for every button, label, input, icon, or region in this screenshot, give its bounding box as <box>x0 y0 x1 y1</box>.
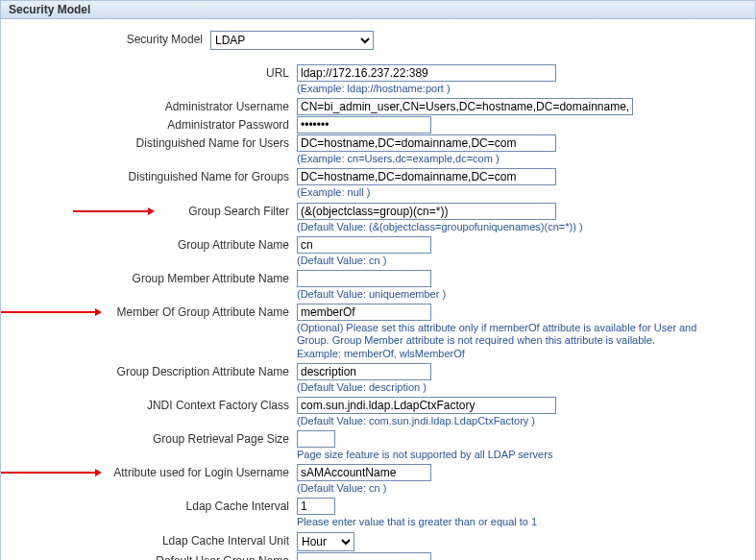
dn-users-input[interactable] <box>297 134 556 152</box>
arrow-icon <box>73 207 155 216</box>
member-of-attr-input[interactable] <box>297 304 431 321</box>
dn-groups-input[interactable] <box>297 168 556 185</box>
default-group-input[interactable] <box>297 552 431 560</box>
jndi-factory-input[interactable] <box>297 397 556 414</box>
security-model-label: Security Model <box>11 31 210 46</box>
login-attr-input[interactable] <box>297 464 431 481</box>
svg-marker-5 <box>95 469 102 476</box>
cache-unit-label: Ldap Cache Interval Unit <box>11 532 297 548</box>
group-member-attr-hint: (Default Value: uniquemember ) <box>297 288 745 301</box>
default-group-label: Default User Group Name <box>11 552 297 560</box>
group-desc-attr-label: Group Description Attribute Name <box>11 363 297 378</box>
group-desc-attr-hint: (Default Value: description ) <box>297 381 745 394</box>
group-attr-input[interactable] <box>297 236 431 254</box>
url-hint: (Example: ldap://hostname:port ) <box>297 83 745 95</box>
admin-pass-label: Administrator Password <box>11 116 297 132</box>
group-filter-input[interactable] <box>297 203 556 220</box>
cache-interval-label: Ldap Cache Interval <box>11 498 297 513</box>
group-desc-attr-input[interactable] <box>297 363 431 380</box>
cache-interval-input[interactable] <box>297 498 335 515</box>
panel-title: Security Model <box>1 1 755 19</box>
cache-interval-hint: Please enter value that is greater than … <box>297 516 745 528</box>
svg-marker-1 <box>148 207 155 215</box>
jndi-factory-label: JNDI Context Factory Class <box>11 397 297 412</box>
svg-marker-3 <box>95 308 102 316</box>
admin-pass-input[interactable] <box>297 116 431 134</box>
arrow-icon <box>1 468 102 477</box>
group-attr-label: Group Attribute Name <box>11 236 297 252</box>
group-member-attr-input[interactable] <box>297 270 431 287</box>
url-input[interactable] <box>297 64 556 82</box>
member-of-attr-hint: (Optional) Please set this attribute onl… <box>297 322 700 360</box>
cache-unit-select[interactable]: Hour <box>297 532 354 551</box>
page-size-hint: Page size feature is not supported by al… <box>297 449 745 461</box>
group-filter-hint: (Default Value: (&(objectclass=groupofun… <box>297 221 745 233</box>
page-size-label: Group Retrieval Page Size <box>11 430 297 446</box>
dn-users-hint: (Example: cn=Users,dc=example,dc=com ) <box>297 153 745 165</box>
arrow-icon <box>1 307 102 317</box>
url-label: URL <box>11 64 297 80</box>
security-model-panel: Security Model Security Model LDAP URL (… <box>0 0 756 560</box>
dn-groups-hint: (Example: null ) <box>297 186 745 199</box>
dn-groups-label: Distinguished Name for Groups <box>11 168 297 183</box>
dn-users-label: Distinguished Name for Users <box>11 134 297 150</box>
admin-user-input[interactable] <box>297 98 633 115</box>
admin-user-label: Administrator Username <box>11 98 297 113</box>
jndi-factory-hint: (Default Value: com.sun.jndi.ldap.LdapCt… <box>297 415 745 427</box>
form-area: Security Model LDAP URL (Example: ldap:/… <box>1 19 755 560</box>
group-attr-hint: (Default Value: cn ) <box>297 255 745 267</box>
security-model-select[interactable]: LDAP <box>210 31 374 50</box>
login-attr-hint: (Default Value: cn ) <box>297 482 745 495</box>
group-member-attr-label: Group Member Attribute Name <box>11 270 297 285</box>
page-size-input[interactable] <box>297 430 335 448</box>
